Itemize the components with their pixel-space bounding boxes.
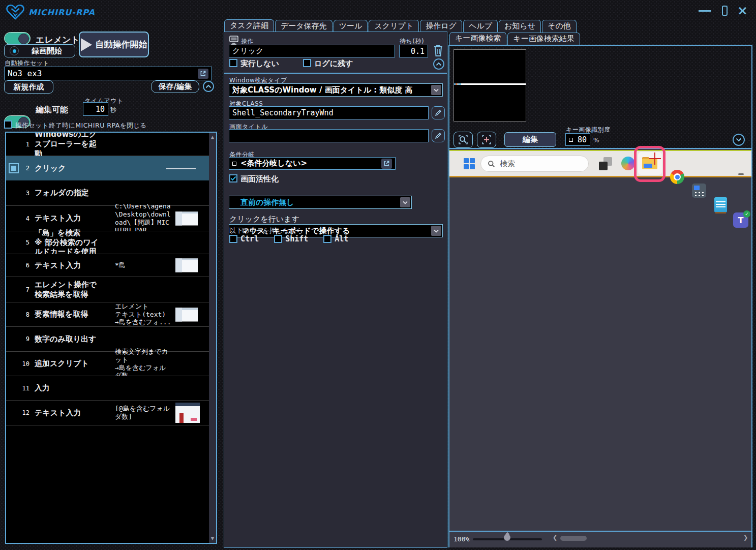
key-image-tab-bar: キー画像検索キー画像検索結果 <box>449 32 580 45</box>
step-item-1[interactable]: 1Windowsのエクスプローラーを起動 <box>6 133 209 156</box>
prev-operation-dropdown[interactable]: 直前の操作無し <box>229 196 412 209</box>
step-item-11[interactable]: 11入力 <box>6 376 209 401</box>
wait-input[interactable]: 0.1 <box>399 45 428 57</box>
modifier-label: Ctrl <box>240 234 259 243</box>
step-item-10[interactable]: 10追加スクリプト検索文字列までカット →島を含むフォルダ数 <box>6 352 209 376</box>
key-image-highlight <box>634 146 666 182</box>
branch-input[interactable]: <条件分岐しない> <box>229 157 396 170</box>
chevron-down-icon <box>431 85 441 95</box>
step-drag-handle[interactable] <box>166 168 196 169</box>
delete-step-icon[interactable] <box>433 44 444 57</box>
step-item-4[interactable]: 4テキスト入力C:\Users\agena\Desktop\download\【… <box>6 206 209 231</box>
step-item-9[interactable]: 9数字のみ取り出す <box>6 327 209 352</box>
step-item-5[interactable]: 5「島」を検索 ※ 部分検索のワイルドカードを使用 <box>6 231 209 254</box>
step-number: 1 <box>16 133 29 156</box>
app-logo: MICHIRU-RPA <box>6 4 95 20</box>
step-label: テキスト入力 <box>35 206 102 231</box>
step-number: 2 <box>16 156 29 180</box>
element-toggle[interactable] <box>4 32 31 45</box>
auto-operation-start-button[interactable]: 自動操作開始 <box>79 32 149 57</box>
edit-class-button[interactable] <box>432 106 445 119</box>
open-set-icon[interactable] <box>198 69 208 79</box>
step-label: 入力 <box>35 376 102 400</box>
step-number: 12 <box>16 401 29 425</box>
task-tab-5[interactable]: 操作ログ <box>420 20 462 33</box>
key-image-tab-2[interactable]: キー画像検索結果 <box>507 33 580 45</box>
step-label: エレメント操作で検索結果を取得 <box>35 277 102 302</box>
window-search-dropdown[interactable]: 対象CLASSのWindow / 画面タイトル : 類似度 高 <box>229 83 443 97</box>
task-tab-4[interactable]: スクリプト <box>369 20 419 33</box>
operation-input[interactable]: クリック <box>229 45 395 57</box>
key-image-tab-1[interactable]: キー画像検索 <box>449 32 506 45</box>
record-start-button[interactable]: 録画開始 <box>4 44 75 57</box>
timeout-unit: 秒 <box>110 106 117 114</box>
step-list-scrollbar[interactable]: ▲ ▼ <box>209 133 216 543</box>
scroll-up-icon[interactable]: ▲ <box>209 134 216 141</box>
step-item-3[interactable]: 3フォルダの指定 <box>6 180 209 206</box>
screen-title-input[interactable] <box>229 129 429 142</box>
step-item-7[interactable]: 7エレメント操作で検索結果を取得 <box>6 277 209 302</box>
chrome-icon <box>670 170 684 184</box>
task-tab-3[interactable]: ツール <box>334 20 368 33</box>
collapse-down-button-key[interactable] <box>733 134 745 146</box>
modifier-label: Alt <box>335 234 348 243</box>
minimize-button[interactable] <box>699 10 711 12</box>
step-item-8[interactable]: 8要素情報を取得エレメント テキスト(text) →島を含むフォ... <box>6 302 209 327</box>
click-description: クリックを行います <box>229 215 299 224</box>
step-number: 10 <box>16 352 29 376</box>
task-tab-8[interactable]: その他 <box>542 20 577 33</box>
skip-checkbox[interactable] <box>229 59 237 67</box>
close-on-end-checkbox[interactable] <box>4 120 12 129</box>
collapse-up-button-left[interactable] <box>203 81 214 92</box>
restore-button[interactable] <box>722 6 728 16</box>
close-on-end-label: 操作セット終了時にMICHIRU RPAを閉じる <box>15 121 147 130</box>
taskbar-search-box: 検索 <box>480 156 589 172</box>
open-branch-icon[interactable] <box>381 159 392 169</box>
task-tab-6[interactable]: ヘルプ <box>463 20 498 33</box>
collapse-up-button-task[interactable] <box>433 58 444 70</box>
step-number: 3 <box>16 180 29 205</box>
chevron-down-icon <box>431 226 441 236</box>
scroll-down-icon[interactable]: ▼ <box>209 535 216 542</box>
activate-label: 画面活性化 <box>240 174 279 184</box>
modifier-row: CtrlShiftAlt <box>229 234 348 243</box>
activate-checkbox[interactable] <box>229 174 237 182</box>
new-create-button[interactable]: 新規作成 <box>4 80 53 94</box>
key-image-thumbnail[interactable] <box>453 49 526 121</box>
task-tab-2[interactable]: データ保存先 <box>275 20 332 33</box>
modifier-checkbox-ctrl[interactable] <box>229 235 237 243</box>
modifier-checkbox-alt[interactable] <box>323 235 331 243</box>
step-label: フォルダの指定 <box>35 180 102 205</box>
hscroll-left-icon[interactable]: ❮ <box>553 534 557 541</box>
zoom-level: 100% <box>453 535 469 543</box>
timeout-input[interactable]: 10 <box>83 102 108 116</box>
zoom-slider-thumb[interactable] <box>504 534 510 541</box>
hscroll-right-icon[interactable]: ❯ <box>743 534 748 541</box>
task-detail-panel: 操作 待ち(秒) クリック 0.1 実行しない ログに残す Window検索タイ… <box>224 32 447 548</box>
step-item-2[interactable]: 2クリック <box>6 156 209 180</box>
task-view-icon <box>599 157 612 170</box>
edit-key-image-button[interactable]: 編集 <box>504 132 556 147</box>
modifier-checkbox-shift[interactable] <box>274 235 282 243</box>
hscroll-thumb[interactable] <box>560 536 587 541</box>
viewer-bottom-bar: 100% ❮ ❯ <box>449 531 751 547</box>
threshold-input[interactable]: 80 <box>565 133 590 146</box>
step-item-12[interactable]: 12テキスト入力[@島を含むフォルダ数] <box>6 401 209 425</box>
capture-region-button[interactable] <box>477 132 496 148</box>
step-item-6[interactable]: 6テキスト入力*島 <box>6 254 209 277</box>
target-class-input[interactable]: Shell_SecondaryTrayWnd <box>229 106 429 119</box>
spinner-icon <box>569 138 573 142</box>
log-checkbox[interactable] <box>303 59 311 67</box>
search-image-button[interactable] <box>453 132 473 148</box>
save-edit-button[interactable]: 保存/編集 <box>151 80 199 93</box>
modifier-alt: Alt <box>323 234 348 243</box>
step-number: 5 <box>16 231 29 254</box>
task-tab-1[interactable]: タスク詳細 <box>224 19 274 33</box>
auto-set-input[interactable]: No3_ex3 <box>4 67 212 80</box>
edit-title-button[interactable] <box>432 129 445 142</box>
step-detail: [@島を含むフォルダ数] <box>115 401 172 425</box>
task-tab-7[interactable]: お知らせ <box>499 20 541 33</box>
pencil-icon <box>435 132 442 139</box>
close-button[interactable]: × <box>737 3 748 18</box>
skip-label: 実行しない <box>240 59 279 69</box>
